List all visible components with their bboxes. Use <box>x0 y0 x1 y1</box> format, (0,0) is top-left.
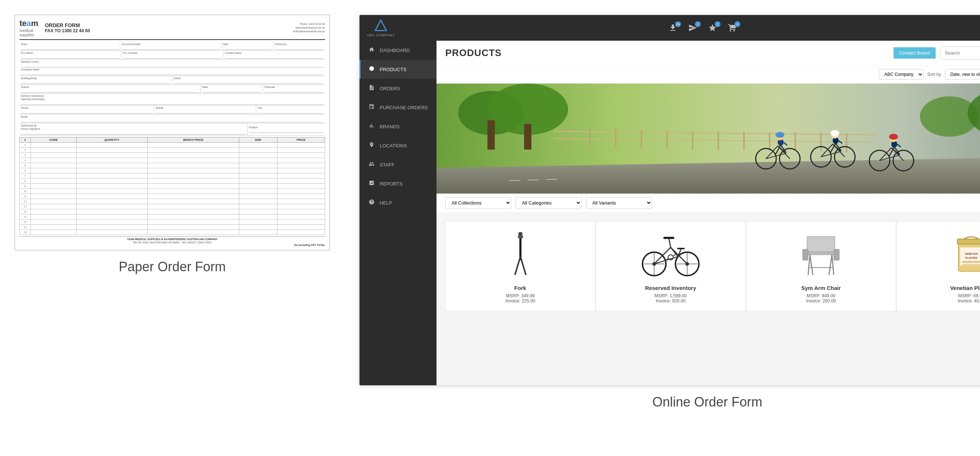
svg-rect-6 <box>487 120 495 150</box>
field-contact-name: Contact Name <box>224 51 325 59</box>
sidebar-item-staff[interactable]: STAFF <box>360 155 436 174</box>
order-form-title: ORDER FORM <box>45 22 90 28</box>
field-reference: Reference <box>274 42 325 51</box>
svg-rect-105 <box>962 264 980 266</box>
app-body: DASHBOARD PRODUCTS ORDERS <box>360 41 980 385</box>
download-badge: 24 <box>675 21 681 27</box>
svg-rect-104 <box>962 261 980 263</box>
bike-image-area <box>602 229 739 281</box>
categories-select[interactable]: All Categories <box>515 197 582 209</box>
footer-company: TEAM MEDICAL SUPPLIES IS AN INDEPENDENT … <box>19 238 325 241</box>
table-row: 1 <box>20 143 325 148</box>
form-row-9: Authorised by Print & Signature Position <box>19 124 325 136</box>
collections-bar: All Collections All Categories All Varia… <box>436 193 980 213</box>
table-row: 6 <box>20 168 325 174</box>
search-box <box>940 46 980 59</box>
field-email: Email <box>19 115 325 123</box>
sidebar-label-brands: BRANDS <box>380 124 399 129</box>
product-card-paint[interactable]: VENETIAN PLASTER Venetian Plaster MSRP: … <box>896 222 980 311</box>
table-row: 11 <box>20 194 325 199</box>
nav-icons: 24 2 2 <box>410 24 980 32</box>
sort-select[interactable]: Date, new to old <box>945 69 980 80</box>
nav-downloads[interactable]: 24 <box>668 24 677 32</box>
field-mobile: Mobile <box>154 106 256 114</box>
main-content: PRODUCTS Contact Brand <box>436 41 980 385</box>
table-row: 3 <box>20 153 325 158</box>
paper-section: team medicalsupplies ORDER FORM FAX TO 1… <box>15 15 330 274</box>
col-bench-price: BENCH PRICE <box>148 137 239 143</box>
svg-line-63 <box>515 257 520 275</box>
reports-icon <box>368 180 375 187</box>
field-state: State <box>200 85 263 94</box>
top-nav: ABC COMPANY 24 2 <box>360 15 980 41</box>
sidebar-label-products: PRODUCTS <box>380 67 406 72</box>
table-row: 7 <box>20 174 325 179</box>
sidebar-item-locations[interactable]: LOCATIONS <box>360 136 436 155</box>
table-row: 10 <box>20 189 325 194</box>
sidebar-item-reports[interactable]: REPORTS <box>360 174 436 193</box>
sidebar-item-orders[interactable]: ORDERS <box>360 79 436 98</box>
col-num: # <box>20 137 31 143</box>
form-title-area: ORDER FORM FAX TO 1300 22 44 60 <box>45 22 90 33</box>
online-caption: Online Order Form <box>652 394 762 410</box>
brand-logo-svg <box>374 19 388 33</box>
sidebar-label-orders: ORDERS <box>380 86 400 91</box>
sidebar-item-brands[interactable]: BRANDS <box>360 117 436 136</box>
fax-line: FAX TO 1300 22 44 60 <box>45 28 90 33</box>
help-icon <box>368 199 375 206</box>
sidebar-label-help: HELP <box>380 200 392 206</box>
field-dr-name: Dr's Name <box>19 51 121 59</box>
table-row: 8 <box>20 179 325 183</box>
footer-tax: Tax Including GST TOTAL <box>294 244 325 246</box>
chair-name: Sym Arm Chair <box>801 285 841 291</box>
chair-invoice: Invoice: 200.00 <box>806 298 835 303</box>
col-qty: QUANTITY <box>76 137 147 143</box>
sidebar-item-dashboard[interactable]: DASHBOARD <box>360 41 436 60</box>
svg-line-2 <box>377 20 381 28</box>
contact-brand-button[interactable]: Contact Brand <box>894 47 935 59</box>
col-size: SIZE <box>239 137 277 143</box>
table-row: 2 <box>20 148 325 153</box>
sidebar-label-purchase-orders: PURCHASE ORDERS <box>380 105 428 110</box>
sidebar-item-help[interactable]: HELP <box>360 193 436 212</box>
sidebar-item-products[interactable]: PRODUCTS <box>360 60 436 79</box>
sidebar-label-reports: REPORTS <box>380 181 403 187</box>
brand-filter-select[interactable]: ABC Company <box>879 69 924 80</box>
staff-icon <box>368 161 375 168</box>
field-team: Team <box>19 42 120 51</box>
nav-messages[interactable]: 2 <box>688 24 697 32</box>
variants-select[interactable]: All Variants <box>586 197 652 209</box>
sidebar-item-purchase-orders[interactable]: PURCHASE ORDERS <box>360 98 436 117</box>
field-building: Building/Shop <box>19 76 173 85</box>
col-code: CODE <box>31 137 76 143</box>
collections-select[interactable]: All Collections <box>445 197 511 209</box>
svg-line-95 <box>832 255 834 275</box>
svg-point-34 <box>775 132 784 138</box>
svg-rect-66 <box>518 235 523 238</box>
field-po-number: P.O. Number <box>121 51 223 59</box>
fork-image-area <box>452 229 589 281</box>
messages-badge: 2 <box>695 21 701 27</box>
orders-icon <box>368 85 375 92</box>
search-input[interactable] <box>940 47 980 59</box>
svg-point-58 <box>889 134 898 140</box>
online-section: ABC COMPANY 24 2 <box>359 15 980 410</box>
sidebar-label-staff: STAFF <box>380 162 395 167</box>
nav-favorites[interactable]: 2 <box>708 24 717 32</box>
favorites-badge: 2 <box>715 21 721 27</box>
nav-cart[interactable]: 0 <box>728 24 737 32</box>
fork-invoice: Invoice: 225.00 <box>505 298 535 303</box>
filter-bar: ABC Company Sort by Date, new to old Ima… <box>436 65 980 84</box>
product-card-chair[interactable]: Sym Arm Chair MSRP: 849.00 Invoice: 200.… <box>746 222 896 311</box>
sidebar-label-locations: LOCATIONS <box>380 143 407 148</box>
table-row: 12 <box>20 199 325 204</box>
field-fax: Fax <box>256 106 325 114</box>
svg-line-83 <box>669 238 671 247</box>
form-row-8: Email <box>19 115 325 124</box>
field-suburb: Suburb <box>19 85 200 94</box>
field-position: Position <box>247 124 325 135</box>
product-card-fork[interactable]: Fork MSRP: 349.99 Invoice: 225.00 <box>445 222 595 311</box>
dashboard-icon <box>368 46 375 54</box>
table-row: 14 <box>20 209 325 214</box>
product-card-bike[interactable]: Reserved Inventory MSRP: 1,599.00 Invoic… <box>595 222 745 311</box>
